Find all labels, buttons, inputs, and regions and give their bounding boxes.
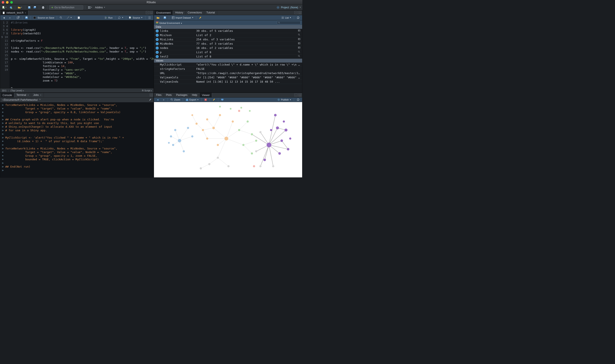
- goto-file-function-input[interactable]: Go to file/function: [49, 5, 83, 10]
- tab-jobs[interactable]: Jobs ×: [31, 93, 44, 97]
- new-project-button[interactable]: [9, 5, 13, 10]
- env-var-action[interactable]: [297, 42, 301, 45]
- tab-files[interactable]: Files: [154, 93, 164, 97]
- file-type-selector[interactable]: R Script ▾: [142, 89, 152, 92]
- env-value-row[interactable]: stringAsFactorsFALSE: [154, 67, 302, 71]
- tab-packages[interactable]: Packages: [174, 93, 190, 97]
- tab-tutorial[interactable]: Tutorial: [204, 10, 217, 15]
- new-file-button[interactable]: ▼: [1, 5, 8, 10]
- show-in-new-window-button[interactable]: [15, 16, 21, 20]
- save-workspace-button[interactable]: [162, 16, 168, 20]
- close-jobs-icon[interactable]: ×: [40, 94, 41, 96]
- console-path: ~/Documents/R Path/Networks/: [0, 98, 154, 102]
- viewer-back-button[interactable]: ◄: [155, 98, 160, 102]
- save-file-button[interactable]: [24, 16, 29, 20]
- window-minimize-button[interactable]: [6, 1, 9, 4]
- list-grid-toggle[interactable]: List ▼: [280, 16, 293, 20]
- env-data-row[interactable]: ▸MisNodes77 obs. of 3 variables: [154, 42, 302, 46]
- tab-terminal[interactable]: Terminal ×: [14, 93, 31, 97]
- console-output[interactable]: > forceNetwork(Links = MisLinks, Nodes =…: [0, 102, 154, 177]
- env-var-action[interactable]: [297, 55, 301, 58]
- env-scope-selector[interactable]: Global Environment ▼: [156, 21, 182, 24]
- sync-viewer-button[interactable]: [220, 98, 225, 102]
- tab-viewer[interactable]: Viewer: [199, 93, 212, 97]
- save-all-button[interactable]: [32, 5, 37, 10]
- window-close-button[interactable]: [2, 1, 4, 4]
- env-data-row[interactable]: ▸MisJsonList of 2: [154, 33, 302, 37]
- tab-plots[interactable]: Plots: [164, 93, 174, 97]
- env-search-input[interactable]: [277, 21, 301, 24]
- code-body[interactable]: #libraries library(igraph) library(netwo…: [10, 20, 154, 88]
- maximize-pane-button[interactable]: ▢: [298, 11, 301, 14]
- outline-button[interactable]: [147, 16, 152, 20]
- tab-connections[interactable]: Connections: [185, 10, 204, 15]
- env-data-row[interactable]: ▸nodes18 obs. of 2 variables: [154, 46, 302, 50]
- env-data-row[interactable]: ▸links39 obs. of 5 variables: [154, 29, 302, 33]
- nav-back-button[interactable]: ◄: [1, 16, 6, 20]
- minimize-pane-button[interactable]: ─: [294, 93, 298, 96]
- env-data-row[interactable]: ▸pList of 8: [154, 50, 302, 54]
- env-value-row[interactable]: ValjeanIndsNamed int [1:36] 11 12 13 14 …: [154, 80, 302, 84]
- code-tools-button[interactable]: ▼: [65, 16, 73, 20]
- viewer-canvas[interactable]: [154, 102, 302, 178]
- maximize-pane-button[interactable]: ▢: [150, 11, 153, 14]
- scope-selector[interactable]: (Top Level) ▾: [11, 89, 24, 92]
- minimize-pane-button[interactable]: ─: [294, 11, 298, 14]
- clear-viewer-button[interactable]: [211, 98, 217, 102]
- find-replace-button[interactable]: [58, 16, 64, 20]
- env-var-action[interactable]: [297, 29, 301, 32]
- env-data-row[interactable]: ▸test2List of 8: [154, 54, 302, 59]
- run-button[interactable]: Run: [103, 16, 114, 20]
- viewer-fwd-button[interactable]: ►: [161, 98, 166, 102]
- env-var-action[interactable]: [297, 46, 301, 50]
- expand-icon[interactable]: ▸: [156, 34, 159, 37]
- print-button[interactable]: [41, 5, 45, 10]
- env-var-action[interactable]: [297, 51, 301, 54]
- env-data-row[interactable]: ▸MisLinks254 obs. of 3 variables: [154, 37, 302, 42]
- maximize-pane-button[interactable]: ▢: [298, 93, 301, 96]
- maximize-pane-button[interactable]: ▢: [150, 93, 153, 96]
- window-maximize-button[interactable]: [10, 1, 13, 4]
- save-button[interactable]: [27, 5, 32, 10]
- expand-icon[interactable]: ▸: [156, 38, 159, 41]
- refresh-viewer-button[interactable]: [295, 98, 301, 102]
- refresh-env-button[interactable]: [295, 16, 301, 20]
- goto-wd-icon[interactable]: [39, 98, 41, 102]
- expand-icon[interactable]: ▸: [156, 47, 159, 50]
- tab-console[interactable]: Console: [0, 93, 14, 97]
- addins-menu[interactable]: Addins ▼: [94, 5, 106, 10]
- source-script-button[interactable]: Source ▼: [128, 16, 144, 20]
- project-menu[interactable]: Project: (None) ▼: [276, 6, 301, 9]
- expand-icon[interactable]: ▸: [156, 51, 159, 54]
- clear-workspace-button[interactable]: [197, 16, 203, 20]
- tab-environment[interactable]: Environment: [154, 10, 173, 15]
- env-var-action[interactable]: [297, 38, 301, 41]
- env-value-row[interactable]: URL"https://cdn.rawgit.com/christopherga…: [154, 71, 302, 75]
- publish-button[interactable]: Publish ▼: [276, 98, 293, 102]
- env-var-action[interactable]: [297, 34, 301, 37]
- zoom-button[interactable]: Zoom: [169, 98, 182, 102]
- clear-console-button[interactable]: [149, 98, 152, 102]
- env-value-row[interactable]: MyClickScript"alert(\"You clicked \" + d…: [154, 63, 302, 67]
- import-dataset-button[interactable]: Import Dataset ▼: [170, 16, 195, 20]
- export-button[interactable]: Export ▼: [184, 98, 200, 102]
- close-terminal-icon[interactable]: ×: [27, 94, 29, 96]
- tab-help[interactable]: Help: [190, 93, 200, 97]
- minimize-pane-button[interactable]: ─: [146, 11, 149, 14]
- remove-viewer-button[interactable]: [203, 98, 209, 102]
- tools-grid-button[interactable]: ▼: [87, 5, 93, 10]
- code-editor[interactable]: 1 2 3 4 5 6 7 8 9 10 11 12 13 14 15 16 1…: [0, 20, 154, 88]
- load-workspace-button[interactable]: [155, 16, 161, 20]
- expand-icon[interactable]: ▸: [156, 29, 159, 32]
- source-on-save-toggle[interactable]: Source on Save: [32, 16, 55, 20]
- tab-history[interactable]: History: [173, 10, 185, 15]
- rerun-button[interactable]: ▼: [117, 16, 125, 20]
- close-tab-icon[interactable]: ×: [25, 12, 26, 14]
- expand-icon[interactable]: ▸: [156, 55, 159, 58]
- nav-fwd-button[interactable]: ►: [8, 16, 13, 20]
- compile-report-button[interactable]: [76, 16, 82, 20]
- expand-icon[interactable]: ▸: [156, 42, 159, 45]
- open-file-button[interactable]: ▼: [17, 5, 23, 10]
- source-tab-file[interactable]: network_test.R ×: [0, 10, 28, 15]
- env-value-row[interactable]: ValjeanColschr [1:254] "#666" "#666" "#6…: [154, 75, 302, 80]
